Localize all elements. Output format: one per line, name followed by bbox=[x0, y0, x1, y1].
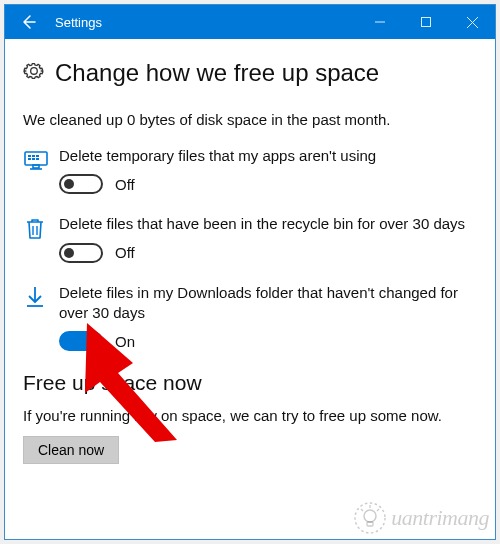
clean-now-button[interactable]: Clean now bbox=[23, 436, 119, 464]
toggle-recycle-bin[interactable] bbox=[59, 243, 103, 263]
setting-temp-label: Delete temporary files that my apps aren… bbox=[59, 146, 477, 166]
minimize-icon bbox=[375, 17, 385, 27]
page-title: Change how we free up space bbox=[55, 59, 379, 87]
toggle-downloads-state: On bbox=[115, 333, 135, 350]
window-title: Settings bbox=[51, 15, 357, 30]
svg-rect-7 bbox=[36, 155, 39, 157]
svg-rect-5 bbox=[28, 155, 31, 157]
monitor-icon bbox=[23, 146, 59, 178]
svg-rect-10 bbox=[36, 158, 39, 160]
setting-recycle-label: Delete files that have been in the recyc… bbox=[59, 214, 477, 234]
watermark-lightbulb-icon bbox=[353, 501, 387, 535]
svg-point-19 bbox=[364, 510, 376, 522]
watermark: uantrimang bbox=[353, 501, 489, 535]
svg-rect-6 bbox=[32, 155, 35, 157]
setting-downloads-label: Delete files in my Downloads folder that… bbox=[59, 283, 477, 324]
titlebar: Settings bbox=[5, 5, 495, 39]
download-icon bbox=[23, 283, 59, 315]
svg-rect-20 bbox=[367, 522, 373, 526]
content-area: Change how we free up space We cleaned u… bbox=[5, 39, 495, 464]
setting-downloads: Delete files in my Downloads folder that… bbox=[23, 283, 477, 352]
toggle-temp-state: Off bbox=[115, 176, 135, 193]
settings-window: Settings Change how we free up space We … bbox=[4, 4, 496, 540]
svg-rect-1 bbox=[422, 18, 431, 27]
status-text: We cleaned up 0 bytes of disk space in t… bbox=[23, 111, 477, 128]
toggle-temp-files[interactable] bbox=[59, 174, 103, 194]
gear-icon bbox=[23, 60, 45, 86]
setting-temp-files: Delete temporary files that my apps aren… bbox=[23, 146, 477, 194]
svg-rect-9 bbox=[32, 158, 35, 160]
close-icon bbox=[467, 17, 478, 28]
toggle-recycle-state: Off bbox=[115, 244, 135, 261]
free-up-desc: If you're running low on space, we can t… bbox=[23, 407, 477, 424]
back-button[interactable] bbox=[5, 5, 51, 39]
maximize-icon bbox=[421, 17, 431, 27]
svg-rect-11 bbox=[33, 165, 39, 168]
watermark-text: uantrimang bbox=[391, 505, 489, 531]
svg-rect-8 bbox=[28, 158, 31, 160]
svg-line-23 bbox=[377, 509, 379, 511]
toggle-downloads[interactable] bbox=[59, 331, 103, 351]
setting-recycle-bin: Delete files that have been in the recyc… bbox=[23, 214, 477, 262]
close-button[interactable] bbox=[449, 5, 495, 39]
svg-line-22 bbox=[361, 509, 363, 511]
minimize-button[interactable] bbox=[357, 5, 403, 39]
back-arrow-icon bbox=[19, 13, 37, 31]
page-header: Change how we free up space bbox=[23, 59, 477, 87]
window-controls bbox=[357, 5, 495, 39]
free-up-heading: Free up space now bbox=[23, 371, 477, 395]
trash-icon bbox=[23, 214, 59, 246]
maximize-button[interactable] bbox=[403, 5, 449, 39]
